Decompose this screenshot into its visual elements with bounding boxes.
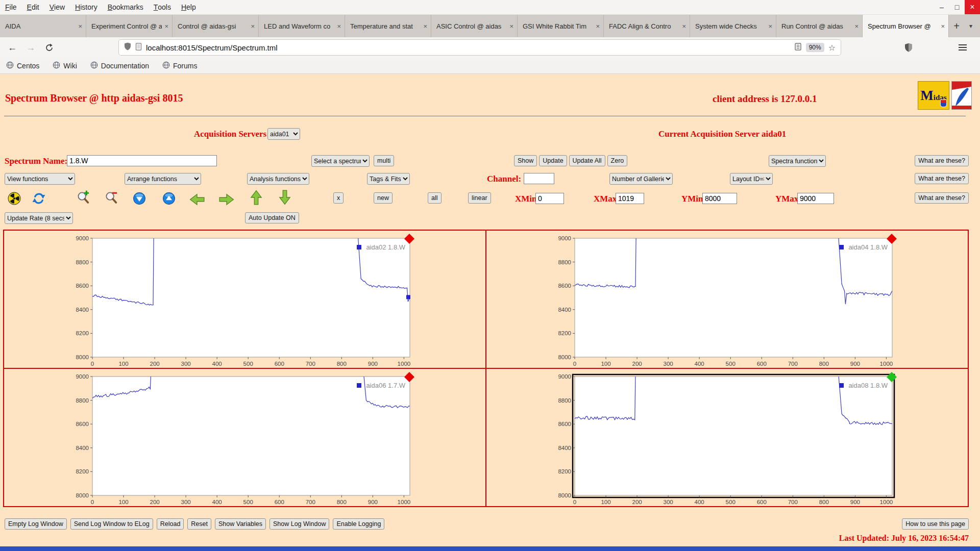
tab-close-icon[interactable]: × (679, 22, 686, 30)
menu-file[interactable]: File (0, 0, 22, 14)
spectrum-plot-aida04[interactable]: 0100200300400500600700800900100080008200… (486, 230, 968, 368)
what-are-these-button-2[interactable]: What are these? (915, 173, 969, 184)
analysis-functions-select[interactable]: Analysis functions (247, 173, 309, 185)
show-button[interactable]: Show (514, 155, 537, 166)
number-of-galleries-select[interactable]: Number of Galleries (609, 173, 673, 185)
layout-id-select[interactable]: Layout ID=8 (730, 173, 773, 185)
tab-experiment-control-a[interactable]: Experiment Control @ a× (86, 15, 173, 37)
spectrum-name-input[interactable] (67, 155, 217, 166)
tab-close-icon[interactable]: × (593, 22, 600, 30)
arrow-left-icon-button[interactable] (189, 193, 205, 206)
how-to-use-button[interactable]: How to use this page (902, 518, 969, 530)
new-button[interactable]: new (374, 192, 393, 204)
bookmark-star-icon[interactable]: ☆ (828, 43, 836, 53)
send-log-window-to-elog-button[interactable]: Send Log Window to ELog (70, 518, 153, 530)
arrow-down-icon-button[interactable] (279, 190, 291, 205)
bookmark-documentation[interactable]: Documentation (90, 61, 149, 70)
all-button[interactable]: all (428, 192, 442, 204)
spectrum-plot-aida06[interactable]: 0100200300400500600700800900100080008200… (4, 368, 486, 507)
zoom-out-icon-button[interactable] (104, 190, 118, 205)
tab-asic-control-aidas[interactable]: ASIC Control @ aidas× (431, 15, 518, 37)
reload-button[interactable] (42, 40, 56, 55)
auto-update-button[interactable]: Auto Update ON (245, 212, 299, 223)
forward-button[interactable]: → (23, 40, 38, 55)
minimize-button[interactable]: – (934, 0, 949, 14)
menu-tools[interactable]: Tools (149, 0, 176, 14)
tracking-protection-icon[interactable] (124, 42, 131, 53)
select-a-spectrum-select[interactable]: Select a spectrum (311, 155, 370, 167)
tab-led-and-waveform-co[interactable]: LED and Waveform co× (259, 15, 345, 37)
menu-bookmarks[interactable]: Bookmarks (103, 0, 149, 14)
url-text[interactable]: localhost:8015/Spectrum/Spectrum.tml (146, 43, 790, 52)
list-all-tabs-button[interactable]: ▾ (965, 15, 977, 37)
tab-temperature-and-stat[interactable]: Temperature and stat× (345, 15, 431, 37)
show-variables-button[interactable]: Show Variables (215, 518, 266, 530)
privacy-badge-icon[interactable] (901, 40, 916, 55)
reset-button[interactable]: Reset (187, 518, 211, 530)
tab-close-icon[interactable]: × (248, 22, 255, 30)
scroll-up-icon-button[interactable] (162, 192, 176, 205)
acquisition-server-select[interactable]: aida01 (267, 128, 300, 140)
spectrum-plot-aida02[interactable]: 0100200300400500600700800900100080008200… (4, 230, 486, 368)
radiation-icon-button[interactable] (8, 192, 21, 205)
menu-view[interactable]: View (44, 0, 70, 14)
midas-logo[interactable]: Midas (918, 81, 949, 110)
tab-aida[interactable]: AIDA× (0, 15, 86, 37)
tab-close-icon[interactable]: × (162, 22, 168, 30)
tags-fits-select[interactable]: Tags & Fits (367, 173, 410, 185)
ymin-input[interactable] (702, 193, 737, 204)
tab-close-icon[interactable]: × (938, 22, 945, 30)
what-are-these-button-1[interactable]: What are these? (915, 155, 969, 166)
arrow-right-icon-button[interactable] (219, 193, 234, 206)
reader-mode-icon[interactable] (794, 43, 802, 53)
tab-run-control-aidas[interactable]: Run Control @ aidas× (776, 15, 863, 37)
what-are-these-button-3[interactable]: What are these? (915, 192, 969, 204)
show-log-window-button[interactable]: Show Log Window (270, 518, 330, 530)
tab-close-icon[interactable]: × (421, 22, 427, 30)
ymax-input[interactable] (797, 193, 834, 204)
tab-spectrum-browser[interactable]: Spectrum Browser @× (863, 15, 949, 37)
close-button[interactable]: × (965, 0, 980, 14)
tab-gsi-white-rabbit-tim[interactable]: GSI White Rabbit Tim× (518, 15, 604, 37)
multi-button[interactable]: multi (374, 155, 394, 166)
menu-edit[interactable]: Edit (22, 0, 44, 14)
site-info-icon[interactable] (135, 43, 142, 53)
update-rate-select[interactable]: Update Rate (8 secs) (5, 212, 73, 224)
url-bar[interactable]: localhost:8015/Spectrum/Spectrum.tml 90%… (119, 40, 841, 55)
tab-control-aidas-gsi[interactable]: Control @ aidas-gsi× (173, 15, 259, 37)
refresh-icon-button[interactable] (32, 192, 45, 205)
tab-close-icon[interactable]: × (334, 22, 341, 30)
scroll-down-icon-button[interactable] (133, 192, 146, 205)
tab-close-icon[interactable]: × (852, 22, 859, 30)
menu-button[interactable] (955, 40, 970, 55)
update-all-button[interactable]: Update All (569, 155, 605, 166)
zero-button[interactable]: Zero (607, 155, 628, 166)
bookmark-centos[interactable]: Centos (6, 61, 39, 70)
back-button[interactable]: ← (5, 40, 19, 55)
spectra-functions-select[interactable]: Spectra functions (769, 155, 826, 167)
tcl-powered-logo[interactable] (951, 81, 972, 110)
bookmark-forums[interactable]: Forums (162, 61, 197, 70)
xmax-input[interactable] (616, 193, 644, 204)
tab-fadc-align-contro[interactable]: FADC Align & Contro× (604, 15, 690, 37)
tab-close-icon[interactable]: × (507, 22, 513, 30)
update-button[interactable]: Update (539, 155, 567, 166)
linear-button[interactable]: linear (468, 192, 491, 204)
view-functions-select[interactable]: View functions (5, 173, 75, 185)
arrange-functions-select[interactable]: Arrange functions (125, 173, 201, 185)
xmin-input[interactable] (535, 193, 564, 204)
menu-help[interactable]: Help (176, 0, 201, 14)
x-button[interactable]: x (333, 192, 344, 204)
reload-button[interactable]: Reload (157, 518, 184, 530)
arrow-up-icon-button[interactable] (250, 190, 262, 205)
maximize-button[interactable]: □ (949, 0, 965, 14)
new-tab-button[interactable]: + (949, 15, 964, 37)
enable-logging-button[interactable]: Enable Logging (333, 518, 384, 530)
tab-close-icon[interactable]: × (766, 22, 772, 30)
spectrum-plot-aida08[interactable]: 0100200300400500600700800900100080008200… (486, 368, 968, 507)
tab-close-icon[interactable]: × (76, 22, 82, 30)
tab-system-wide-checks[interactable]: System wide Checks× (690, 15, 776, 37)
menu-history[interactable]: History (70, 0, 103, 14)
zoom-level-badge[interactable]: 90% (806, 43, 824, 52)
empty-log-window-button[interactable]: Empty Log Window (5, 518, 67, 530)
